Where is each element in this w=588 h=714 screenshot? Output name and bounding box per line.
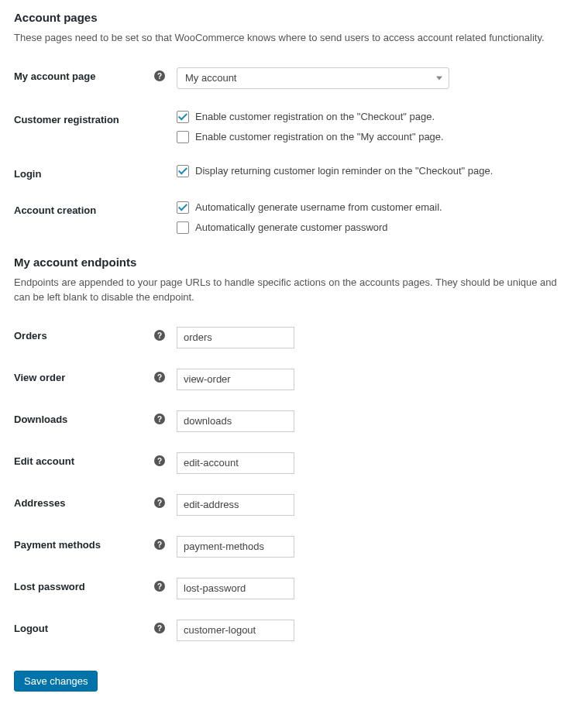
row-lost-password: Lost password ?: [14, 578, 574, 599]
label-col: Downloads ?: [14, 410, 165, 425]
lost-password-input[interactable]: [177, 578, 294, 599]
downloads-input[interactable]: [177, 410, 294, 432]
control-col: Display returning customer login reminde…: [165, 165, 574, 177]
label-col: Customer registration: [14, 111, 165, 125]
label-downloads: Downloads: [14, 414, 148, 425]
row-my-account-page: My account page ? My account: [14, 67, 574, 89]
help-icon[interactable]: ?: [154, 70, 165, 81]
label-orders: Orders: [14, 330, 148, 342]
control-col: Enable customer registration on the "Che…: [165, 111, 574, 143]
payment-methods-input[interactable]: [177, 536, 294, 558]
label-col: Edit account ?: [14, 452, 165, 467]
help-icon[interactable]: ?: [154, 539, 165, 550]
label-col: Payment methods ?: [14, 536, 165, 551]
row-addresses: Addresses ?: [14, 494, 574, 516]
label-col: Orders ?: [14, 327, 165, 342]
label-lost-password: Lost password: [14, 581, 148, 592]
my-account-page-select[interactable]: My account: [177, 67, 449, 89]
label-payment-methods: Payment methods: [14, 539, 148, 551]
label-logout: Logout: [14, 623, 148, 634]
orders-input[interactable]: [177, 327, 294, 348]
label-addresses: Addresses: [14, 497, 148, 509]
save-changes-button[interactable]: Save changes: [14, 671, 98, 692]
control-col: [165, 494, 574, 516]
section-desc-account-pages: These pages need to be set so that WooCo…: [14, 30, 574, 46]
chevron-down-icon: [436, 76, 442, 80]
checkbox-label[interactable]: Enable customer registration on the "Che…: [195, 111, 435, 122]
label-my-account-page: My account page: [14, 70, 148, 82]
help-icon[interactable]: ?: [154, 455, 165, 466]
checkbox-row: Display returning customer login reminde…: [177, 165, 574, 177]
row-edit-account: Edit account ?: [14, 452, 574, 474]
checkbox-row: Enable customer registration on the "Che…: [177, 111, 574, 123]
checkbox-label[interactable]: Automatically generate customer password: [195, 221, 388, 233]
help-icon[interactable]: ?: [154, 330, 165, 341]
addresses-input[interactable]: [177, 494, 294, 516]
help-icon[interactable]: ?: [154, 497, 165, 508]
row-logout: Logout ?: [14, 620, 574, 641]
control-col: [165, 536, 574, 558]
label-login: Login: [14, 168, 165, 180]
control-col: My account: [165, 67, 574, 89]
row-orders: Orders ?: [14, 327, 574, 348]
row-downloads: Downloads ?: [14, 410, 574, 432]
checkbox-row: Automatically generate customer password: [177, 221, 574, 234]
checkbox-registration-myaccount[interactable]: [177, 131, 189, 143]
section-heading-endpoints: My account endpoints: [14, 256, 574, 269]
help-icon[interactable]: ?: [154, 581, 165, 592]
label-col: My account page ?: [14, 67, 165, 82]
checkbox-label[interactable]: Display returning customer login reminde…: [195, 165, 493, 177]
select-value: My account: [185, 72, 236, 84]
edit-account-input[interactable]: [177, 452, 294, 474]
help-icon[interactable]: ?: [154, 372, 165, 383]
label-col: Login: [14, 165, 165, 180]
row-account-creation: Account creation Automatically generate …: [14, 201, 574, 234]
label-account-creation: Account creation: [14, 204, 165, 216]
label-edit-account: Edit account: [14, 455, 148, 467]
control-col: Automatically generate username from cus…: [165, 201, 574, 234]
label-col: Account creation: [14, 201, 165, 216]
label-col: Lost password ?: [14, 578, 165, 592]
checkbox-login-reminder[interactable]: [177, 165, 189, 177]
row-login: Login Display returning customer login r…: [14, 165, 574, 180]
label-col: Logout ?: [14, 620, 165, 634]
section-desc-endpoints: Endpoints are appended to your page URLs…: [14, 275, 574, 305]
label-customer-registration: Customer registration: [14, 114, 165, 125]
control-col: [165, 620, 574, 641]
control-col: [165, 369, 574, 390]
checkbox-label[interactable]: Enable customer registration on the "My …: [195, 131, 444, 142]
checkbox-row: Enable customer registration on the "My …: [177, 131, 574, 143]
row-view-order: View order ?: [14, 369, 574, 390]
checkbox-registration-checkout[interactable]: [177, 111, 189, 123]
help-icon[interactable]: ?: [154, 623, 165, 633]
help-icon[interactable]: ?: [154, 414, 165, 424]
checkbox-auto-password[interactable]: [177, 221, 189, 234]
label-view-order: View order: [14, 372, 148, 383]
control-col: [165, 578, 574, 599]
logout-input[interactable]: [177, 620, 294, 641]
control-col: [165, 410, 574, 432]
label-col: View order ?: [14, 369, 165, 383]
section-heading-account-pages: Account pages: [14, 11, 574, 24]
control-col: [165, 452, 574, 474]
checkbox-row: Automatically generate username from cus…: [177, 201, 574, 214]
row-customer-registration: Customer registration Enable customer re…: [14, 111, 574, 143]
row-payment-methods: Payment methods ?: [14, 536, 574, 558]
label-col: Addresses ?: [14, 494, 165, 509]
checkbox-auto-username[interactable]: [177, 201, 189, 214]
checkbox-label[interactable]: Automatically generate username from cus…: [195, 201, 442, 213]
view-order-input[interactable]: [177, 369, 294, 390]
control-col: [165, 327, 574, 348]
